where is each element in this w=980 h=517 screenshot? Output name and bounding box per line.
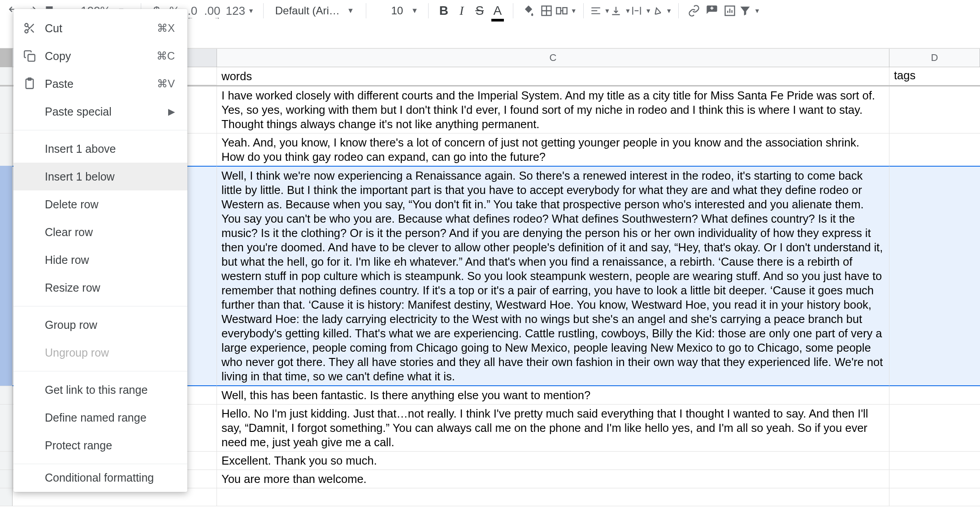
cell-words[interactable]: Well, I think we're now experiencing a R… xyxy=(217,166,889,386)
insert-chart-button[interactable] xyxy=(721,2,739,20)
strikethrough-button[interactable]: S xyxy=(471,2,489,20)
menu-label: Conditional formatting xyxy=(45,471,175,484)
menu-label: Clear row xyxy=(45,226,175,239)
menu-insert-above[interactable]: Insert 1 above xyxy=(13,135,187,163)
borders-button[interactable] xyxy=(538,2,555,20)
menu-label: Delete row xyxy=(45,198,175,211)
font-size: 10 xyxy=(391,4,403,17)
column-header-c[interactable]: C xyxy=(217,49,889,67)
menu-group-row[interactable]: Group row xyxy=(13,311,187,339)
text-rotation-button[interactable]: ▼ xyxy=(651,2,672,20)
separator xyxy=(366,3,366,18)
fill-color-button[interactable] xyxy=(520,2,538,20)
menu-label: Copy xyxy=(45,50,156,63)
row-number[interactable] xyxy=(0,67,13,85)
row-number[interactable] xyxy=(0,488,13,506)
insert-link-button[interactable] xyxy=(685,2,703,20)
context-menu: Cut ⌘X Copy ⌘C Paste ⌘V Paste special ▶ … xyxy=(13,9,187,492)
copy-icon xyxy=(23,50,45,62)
chevron-down-icon: ▼ xyxy=(624,7,631,14)
cell-tags[interactable] xyxy=(889,166,980,386)
more-formats-button[interactable]: 123▼ xyxy=(223,2,257,20)
row-number[interactable] xyxy=(0,452,13,470)
menu-conditional-formatting[interactable]: Conditional formatting xyxy=(13,469,187,487)
menu-label: Insert 1 below xyxy=(45,170,175,183)
menu-define-named-range[interactable]: Define named range xyxy=(13,404,187,431)
chevron-down-icon: ▼ xyxy=(754,7,760,14)
cell-tags[interactable] xyxy=(889,405,980,452)
separator xyxy=(428,3,429,18)
horizontal-align-button[interactable]: ▼ xyxy=(590,2,611,20)
row-number[interactable] xyxy=(0,166,13,386)
menu-shortcut: ⌘X xyxy=(157,22,175,34)
cell-tags[interactable] xyxy=(889,86,980,134)
chevron-down-icon: ▼ xyxy=(411,7,418,15)
menu-hide-row[interactable]: Hide row xyxy=(13,246,187,274)
chevron-down-icon: ▼ xyxy=(571,7,577,14)
cell-words[interactable]: Excellent. Thank you so much. xyxy=(217,452,889,470)
menu-protect-range[interactable]: Protect range xyxy=(13,431,187,459)
menu-label: Ungroup row xyxy=(45,346,175,359)
bold-button[interactable]: B xyxy=(435,2,453,20)
chevron-down-icon: ▼ xyxy=(645,7,651,14)
menu-paste-special[interactable]: Paste special ▶ xyxy=(13,98,187,125)
text-wrap-button[interactable]: ▼ xyxy=(631,2,651,20)
svg-point-5 xyxy=(25,30,28,33)
separator xyxy=(263,3,264,18)
chevron-down-icon: ▼ xyxy=(666,7,672,14)
row-number[interactable] xyxy=(0,405,13,452)
header-words[interactable]: words xyxy=(217,67,889,85)
menu-separator xyxy=(13,306,187,306)
insert-comment-button[interactable] xyxy=(703,2,721,20)
menu-get-link[interactable]: Get link to this range xyxy=(13,376,187,404)
cell[interactable] xyxy=(217,488,889,506)
column-header-d[interactable]: D xyxy=(889,49,980,67)
row-number[interactable] xyxy=(0,386,13,405)
menu-separator xyxy=(13,130,187,130)
cell-tags[interactable] xyxy=(889,134,980,166)
row-number[interactable] xyxy=(0,134,13,166)
header-tags[interactable]: tags xyxy=(889,67,980,85)
font-family-select[interactable]: Default (Ari… ▼ xyxy=(270,2,360,20)
font-name: Default (Ari… xyxy=(275,4,340,17)
cell-words[interactable]: Hello. No I'm just kidding. Just that…no… xyxy=(217,405,889,452)
chevron-down-icon: ▼ xyxy=(347,7,354,15)
filter-button[interactable]: ▼ xyxy=(739,2,760,20)
separator xyxy=(513,3,513,18)
chevron-down-icon: ▼ xyxy=(604,7,611,14)
menu-label: Cut xyxy=(45,22,157,35)
cell-tags[interactable] xyxy=(889,452,980,470)
menu-resize-row[interactable]: Resize row xyxy=(13,274,187,302)
row-number[interactable] xyxy=(0,86,13,134)
cell-words[interactable]: Well, this has been fantastic. Is there … xyxy=(217,386,889,405)
menu-insert-below[interactable]: Insert 1 below xyxy=(13,163,187,190)
svg-rect-6 xyxy=(28,55,35,61)
cell-tags[interactable] xyxy=(889,470,980,488)
menu-label: Paste special xyxy=(45,105,168,118)
menu-label: Insert 1 above xyxy=(45,142,175,155)
font-size-select[interactable]: 10 ▼ xyxy=(373,2,422,20)
increase-decimal-button[interactable]: .00 → xyxy=(201,2,223,20)
text-color-button[interactable]: A xyxy=(489,2,507,20)
menu-label: Paste xyxy=(45,78,157,90)
menu-label: Group row xyxy=(45,319,175,332)
menu-paste[interactable]: Paste ⌘V xyxy=(13,70,187,98)
menu-label: Resize row xyxy=(45,281,175,294)
separator xyxy=(583,3,584,18)
cell-words[interactable]: I have worked closely with different cou… xyxy=(217,86,889,134)
menu-copy[interactable]: Copy ⌘C xyxy=(13,42,187,70)
cell[interactable] xyxy=(889,488,980,506)
row-number[interactable] xyxy=(0,470,13,488)
menu-shortcut: ⌘V xyxy=(157,78,175,90)
svg-rect-1 xyxy=(556,8,560,14)
cell-words[interactable]: Yeah. And, you know, I know there's a lo… xyxy=(217,134,889,166)
svg-rect-2 xyxy=(563,8,567,14)
merge-cells-button[interactable]: ▼ xyxy=(555,2,577,20)
menu-delete-row[interactable]: Delete row xyxy=(13,190,187,218)
cell-words[interactable]: You are more than welcome. xyxy=(217,470,889,488)
menu-clear-row[interactable]: Clear row xyxy=(13,218,187,246)
vertical-align-button[interactable]: ▼ xyxy=(610,2,631,20)
menu-cut[interactable]: Cut ⌘X xyxy=(13,14,187,42)
cell-tags[interactable] xyxy=(889,386,980,405)
italic-button[interactable]: I xyxy=(453,2,471,20)
